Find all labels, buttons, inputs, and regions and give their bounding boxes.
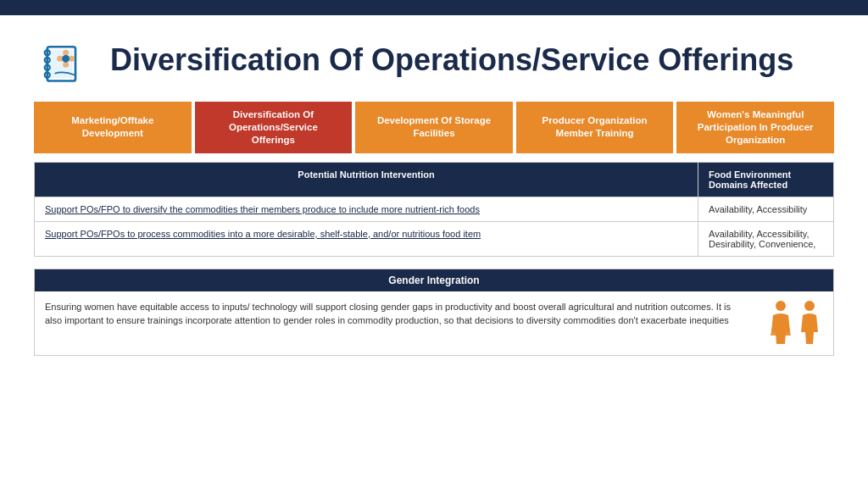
notebook-icon (34, 30, 93, 90)
gender-text: Ensuring women have equitable access to … (35, 291, 757, 336)
svg-point-12 (776, 301, 786, 311)
svg-point-10 (57, 56, 63, 62)
tab-producer[interactable]: Producer Organization Member Training (516, 102, 674, 153)
tab-diversification[interactable]: Diversification Of Operations/Service Of… (195, 102, 353, 153)
table-row: Support POs/FPOs to process commodities … (35, 221, 833, 256)
table-row: Support POs/FPO to diversify the commodi… (35, 197, 833, 221)
intervention-link-1[interactable]: Support POs/FPO to diversify the commodi… (45, 204, 480, 214)
intervention-link-2[interactable]: Support POs/FPOs to process commodities … (45, 229, 481, 239)
table-cell-side-1: Availability, Accessibility (698, 197, 833, 221)
table-header-row: Potential Nutrition Intervention Food En… (35, 163, 833, 197)
gender-icons (757, 291, 833, 355)
intervention-table: Potential Nutrition Intervention Food En… (34, 162, 834, 257)
svg-point-9 (63, 62, 69, 68)
table-cell-main-1: Support POs/FPO to diversify the commodi… (35, 197, 698, 221)
table-header-main: Potential Nutrition Intervention (35, 163, 698, 197)
female-icon (769, 300, 793, 347)
svg-point-13 (804, 301, 815, 311)
svg-point-11 (62, 55, 70, 63)
header: Diversification Of Operations/Service Of… (0, 15, 868, 102)
table-header-side: Food Environment Domains Affected (698, 163, 833, 197)
gender-header: Gender Integration (35, 269, 833, 291)
table-cell-side-2: Availability, Accessibility, Desirabilit… (698, 222, 833, 256)
nav-tabs: Marketing/Offtake Development Diversific… (0, 102, 868, 153)
svg-point-8 (69, 56, 75, 62)
table-cell-main-2: Support POs/FPOs to process commodities … (35, 222, 698, 256)
tab-women[interactable]: Women's Meaningful Participation In Prod… (676, 102, 834, 153)
gender-section: Gender Integration Ensuring women have e… (34, 269, 834, 356)
svg-point-7 (63, 50, 69, 56)
gender-body: Ensuring women have equitable access to … (35, 291, 833, 355)
tab-storage[interactable]: Development Of Storage Facilities (355, 102, 513, 153)
male-icon (798, 300, 821, 347)
tab-marketing[interactable]: Marketing/Offtake Development (34, 102, 192, 153)
page-title: Diversification Of Operations/Service Of… (110, 43, 793, 77)
top-bar (0, 0, 868, 15)
